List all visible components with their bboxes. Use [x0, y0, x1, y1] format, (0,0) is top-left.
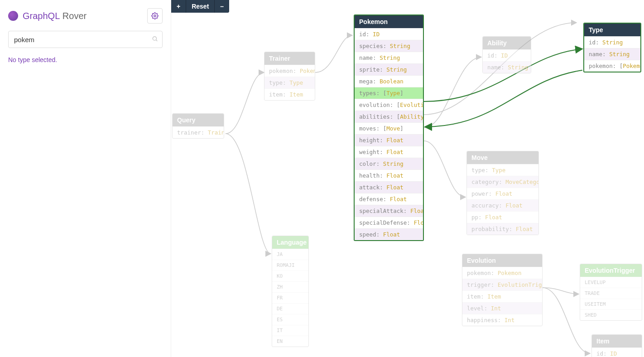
field-probability[interactable]: probability: Float: [467, 223, 538, 235]
field-happiness[interactable]: happiness: Int: [462, 314, 542, 326]
enum-value[interactable]: DE: [272, 303, 308, 314]
field-pokemon[interactable]: pokemon: Pokemon: [264, 65, 315, 77]
field-specialAttack[interactable]: specialAttack: Float: [355, 205, 423, 217]
field-mega[interactable]: mega: Boolean: [355, 75, 423, 87]
field-category[interactable]: category: MoveCategory: [467, 176, 538, 188]
search-icon: [152, 36, 158, 43]
field-name[interactable]: name: String: [584, 48, 640, 60]
node-item[interactable]: Item id: ID: [591, 334, 642, 357]
node-header: Type: [584, 24, 640, 36]
zoom-out-button[interactable]: –: [215, 0, 229, 13]
field-type[interactable]: type: Type: [467, 164, 538, 176]
field-pokemon[interactable]: pokemon: Pokemon: [462, 267, 542, 279]
field-moves[interactable]: moves: [Move]: [355, 122, 423, 134]
zoom-in-button[interactable]: +: [171, 0, 186, 13]
enum-value[interactable]: IT: [272, 325, 308, 336]
field-evolution[interactable]: evolution: [Evolution]: [355, 99, 423, 111]
enum-value[interactable]: ROMAJI: [272, 260, 308, 270]
field-sprite[interactable]: sprite: String: [355, 63, 423, 75]
field-id[interactable]: id: ID: [355, 28, 423, 40]
node-header: Move: [467, 151, 538, 164]
node-pokemon[interactable]: Pokemon id: IDspecies: Stringname: Strin…: [354, 14, 424, 241]
gear-icon: [151, 12, 159, 19]
field-defense[interactable]: defense: Float: [355, 193, 423, 205]
node-header: Query: [173, 114, 224, 126]
node-trainer[interactable]: Trainer pokemon: Pokemontype: Typeitem: …: [264, 52, 315, 101]
enum-value[interactable]: LEVELUP: [580, 277, 642, 288]
field-trainer[interactable]: trainer: Trainer: [173, 126, 224, 138]
node-type[interactable]: Type id: Stringname: Stringpokemon: [Pok…: [583, 23, 641, 72]
node-evolution[interactable]: Evolution pokemon: Pokemontrigger: Evolu…: [462, 254, 543, 326]
field-health[interactable]: health: Float: [355, 169, 423, 181]
field-item[interactable]: item: Item: [264, 88, 315, 100]
node-evolution-trigger[interactable]: EvolutionTrigger LEVELUPTRADEUSEITEMSHED: [580, 264, 642, 321]
node-header: Pokemon: [355, 15, 423, 28]
svg-point-0: [154, 15, 156, 17]
field-specialDefense[interactable]: specialDefense: Float: [355, 217, 423, 228]
field-name[interactable]: name: String: [483, 61, 531, 73]
enum-value[interactable]: TRADE: [580, 288, 642, 299]
field-species[interactable]: species: String: [355, 40, 423, 52]
reset-button[interactable]: Reset: [186, 0, 215, 13]
search-input[interactable]: [8, 31, 163, 48]
node-header: Trainer: [264, 52, 315, 65]
svg-line-2: [156, 40, 158, 41]
field-types[interactable]: types: [Type]: [355, 87, 423, 99]
node-header: Evolution: [462, 254, 542, 267]
field-attack[interactable]: attack: Float: [355, 181, 423, 193]
field-item[interactable]: item: Item: [462, 290, 542, 302]
field-type[interactable]: type: Type: [264, 77, 315, 88]
enum-value[interactable]: ZH: [272, 281, 308, 292]
field-id[interactable]: id: ID: [592, 347, 642, 357]
field-weight[interactable]: weight: Float: [355, 146, 423, 158]
field-pokemon[interactable]: pokemon: [Pokemon]: [584, 60, 640, 72]
field-id[interactable]: id: ID: [483, 49, 531, 61]
field-color[interactable]: color: String: [355, 158, 423, 169]
node-header: Language: [272, 236, 308, 249]
field-trigger[interactable]: trigger: EvolutionTrigger: [462, 279, 542, 290]
enum-value[interactable]: KO: [272, 270, 308, 281]
field-abilities[interactable]: abilities: [Ability]: [355, 111, 423, 122]
enum-value[interactable]: SHED: [580, 309, 642, 320]
brand-rover: Rover: [62, 11, 87, 21]
field-accuracy[interactable]: accuracy: Float: [467, 199, 538, 211]
node-header: EvolutionTrigger: [580, 264, 642, 277]
brand-graphql: GraphQL: [23, 11, 60, 21]
enum-value[interactable]: ES: [272, 314, 308, 325]
enum-value[interactable]: USEITEM: [580, 299, 642, 309]
no-type-message: No type selected.: [8, 56, 163, 63]
field-name[interactable]: name: String: [355, 52, 423, 63]
sidebar: GraphQL Rover No type selected.: [0, 0, 171, 357]
node-header: Item: [592, 335, 642, 347]
search-wrap: [8, 31, 163, 48]
field-level[interactable]: level: Int: [462, 302, 542, 314]
logo-icon: [8, 11, 18, 21]
brand: GraphQL Rover: [8, 8, 163, 24]
node-query[interactable]: Query trainer: Trainer: [172, 113, 224, 139]
field-id[interactable]: id: String: [584, 36, 640, 48]
node-header: Ability: [483, 37, 531, 49]
field-speed[interactable]: speed: Float: [355, 228, 423, 240]
enum-value[interactable]: EN: [272, 336, 308, 347]
field-power[interactable]: power: Float: [467, 188, 538, 199]
node-language[interactable]: Language JAROMAJIKOZHFRDEESITEN: [272, 236, 309, 347]
settings-button[interactable]: [147, 8, 163, 24]
enum-value[interactable]: FR: [272, 292, 308, 303]
brand-title: GraphQL Rover: [23, 11, 87, 21]
svg-point-1: [153, 37, 156, 40]
field-pp[interactable]: pp: Float: [467, 211, 538, 223]
field-height[interactable]: height: Float: [355, 134, 423, 146]
zoom-toolbar: + Reset –: [171, 0, 229, 13]
node-move[interactable]: Move type: Typecategory: MoveCategorypow…: [466, 151, 539, 235]
graph-canvas[interactable]: + Reset – Query trainer: Trainer Trainer…: [171, 0, 644, 357]
node-ability[interactable]: Ability id: IDname: String: [482, 36, 531, 73]
enum-value[interactable]: JA: [272, 249, 308, 260]
